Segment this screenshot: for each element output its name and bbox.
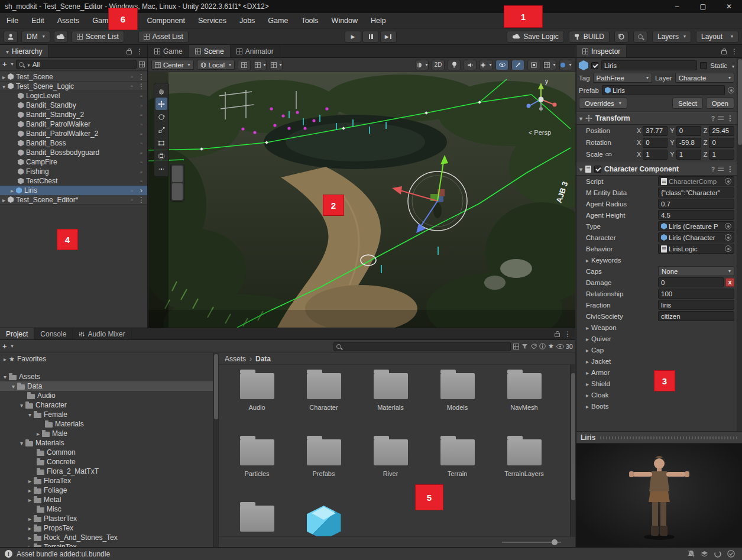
caps-dropdown[interactable]: None	[658, 266, 734, 276]
tab-scene[interactable]: Scene	[189, 45, 231, 57]
agent-height-field[interactable]: 4.5	[658, 210, 734, 220]
asset-folder-item[interactable]	[223, 502, 290, 536]
minimize-icon[interactable]: –	[664, 0, 690, 13]
damage-field[interactable]: 0	[658, 277, 724, 287]
tree-item[interactable]: Character	[0, 400, 218, 410]
rect-tool-button[interactable]	[155, 137, 167, 149]
create-button[interactable]	[2, 60, 7, 69]
lighting-toggle-icon[interactable]	[448, 60, 461, 70]
tab-game[interactable]: Game	[148, 45, 189, 57]
expand-arrow-icon[interactable]	[2, 73, 5, 81]
kebab-icon[interactable]	[138, 82, 145, 90]
component-enabled-checkbox[interactable]	[594, 166, 601, 173]
audio-toggle-icon[interactable]	[464, 60, 477, 70]
hierarchy-item[interactable]: Bandit_Standby_2	[0, 110, 147, 119]
view-tool-button[interactable]	[155, 85, 167, 97]
kebab-icon[interactable]	[138, 73, 145, 81]
custom-tool-button[interactable]	[155, 163, 167, 175]
tree-item[interactable]: Misc	[0, 504, 218, 514]
create-asset-button[interactable]	[2, 342, 7, 351]
position-z-field[interactable]: 25.45	[709, 126, 734, 136]
cloud-icon[interactable]	[54, 31, 68, 43]
overlay-thumbnail-button[interactable]	[172, 183, 183, 200]
script-object-field[interactable]: CharacterComp	[658, 176, 734, 186]
preview-header[interactable]: Liris	[576, 432, 742, 444]
object-picker-icon[interactable]	[725, 234, 731, 241]
activity-progress-icon[interactable]	[714, 551, 721, 558]
step-button[interactable]: ▶	[380, 31, 397, 43]
tree-item[interactable]: Concrete	[0, 457, 218, 467]
layers-dropdown[interactable]: Layers	[652, 31, 691, 43]
hierarchy-item[interactable]: Bandit_Standby	[0, 101, 147, 110]
hierarchy-item[interactable]: Fishing	[0, 167, 147, 176]
expand-arrow-icon[interactable]	[28, 533, 31, 542]
kebab-menu-icon[interactable]	[731, 47, 738, 56]
asset-list-button[interactable]: Asset List	[138, 31, 189, 43]
menu-file[interactable]: File	[0, 13, 25, 28]
tab-audio-mixer[interactable]: Audio Mixer	[73, 328, 131, 339]
tag-dropdown[interactable]: PathFree	[593, 73, 652, 83]
civic-society-field[interactable]: citizen	[658, 311, 734, 321]
position-x-field[interactable]: 37.77	[643, 126, 668, 136]
tree-item[interactable]: Common	[0, 448, 218, 457]
lock-icon[interactable]	[127, 50, 132, 54]
menu-assets[interactable]: Assets	[51, 13, 86, 28]
expand-arrow-icon[interactable]	[28, 543, 31, 547]
hidden-count-eye-icon[interactable]: 30	[556, 343, 573, 350]
2d-toggle[interactable]: 2D	[432, 60, 445, 70]
menu-jobs[interactable]: Jobs	[233, 13, 261, 28]
foldout-arrow-icon[interactable]	[586, 368, 589, 377]
collapse-arrow-icon[interactable]	[12, 382, 15, 390]
tree-item[interactable]: Metal	[0, 495, 218, 504]
tree-item[interactable]: Foliage	[0, 485, 218, 495]
tree-item-selected[interactable]: Data	[0, 381, 218, 391]
pivot-dropdown[interactable]: Center	[151, 60, 194, 70]
kebab-icon[interactable]	[727, 114, 734, 122]
menu-edit[interactable]: Edit	[25, 13, 51, 28]
foldout-arrow-icon[interactable]	[586, 391, 589, 399]
favorites-item[interactable]: Favorites	[0, 354, 218, 364]
expand-arrow-icon[interactable]	[28, 486, 31, 494]
hierarchy-item[interactable]: Bandit_PatrolWalker	[0, 119, 147, 129]
collapse-arrow-icon[interactable]	[28, 410, 31, 419]
tab-animator[interactable]: Animator	[231, 45, 280, 57]
help-icon[interactable]	[711, 165, 715, 173]
menu-window[interactable]: Window	[325, 13, 364, 28]
asset-folder-item[interactable]: Prefabs	[290, 436, 357, 502]
orientation-dropdown[interactable]: Local	[197, 60, 235, 70]
prefab-object-field[interactable]: Liris	[602, 85, 725, 95]
tab-project[interactable]: Project	[0, 328, 34, 339]
create-dropdown-icon[interactable]	[9, 61, 14, 67]
tree-scrollbar[interactable]	[213, 353, 218, 547]
overrides-button[interactable]: Overrides	[579, 98, 627, 109]
tree-item[interactable]: PlasterTex	[0, 514, 218, 523]
transform-tool-button[interactable]	[155, 150, 167, 162]
search-filter-caret-icon[interactable]	[26, 61, 30, 68]
tab-hierarchy[interactable]: Hierarchy	[0, 45, 48, 57]
foldout-arrow-icon[interactable]	[586, 335, 589, 343]
asset-folder-item[interactable]: Models	[424, 370, 491, 436]
collapse-arrow-icon[interactable]	[4, 373, 7, 381]
overlay-thumbnail-button[interactable]	[172, 166, 183, 182]
hierarchy-item-selected[interactable]: Liris	[0, 186, 147, 195]
status-message[interactable]: Asset bundle added:ui.bundle	[17, 550, 110, 558]
hierarchy-item[interactable]: CampFire	[0, 157, 147, 167]
grid-visibility-icon[interactable]	[238, 60, 251, 70]
notifications-bell-icon[interactable]	[688, 550, 695, 558]
boots-foldout[interactable]: Boots	[576, 400, 737, 412]
kebab-icon[interactable]	[138, 196, 145, 204]
tab-console[interactable]: Console	[34, 328, 73, 339]
menu-tools[interactable]: Tools	[294, 13, 325, 28]
collapse-arrow-icon[interactable]	[20, 439, 23, 447]
behavior-object-field[interactable]: LirisLogic	[658, 244, 734, 254]
entity-data-field[interactable]: {"class":"Character"	[658, 187, 734, 198]
active-checkbox[interactable]	[591, 62, 598, 69]
hierarchy-item-scene[interactable]: Test_Scene	[0, 72, 147, 82]
play-button[interactable]: ▶	[345, 31, 361, 43]
effects-dropdown-icon[interactable]	[479, 60, 492, 70]
gameobject-name-field[interactable]: Liris	[601, 60, 697, 70]
asset-folder-item[interactable]: NavMesh	[491, 370, 558, 436]
weapon-foldout[interactable]: Weapon	[576, 322, 737, 333]
tree-item[interactable]: Rock_And_Stones_Tex	[0, 533, 218, 542]
create-asset-dropdown-icon[interactable]	[9, 344, 14, 349]
